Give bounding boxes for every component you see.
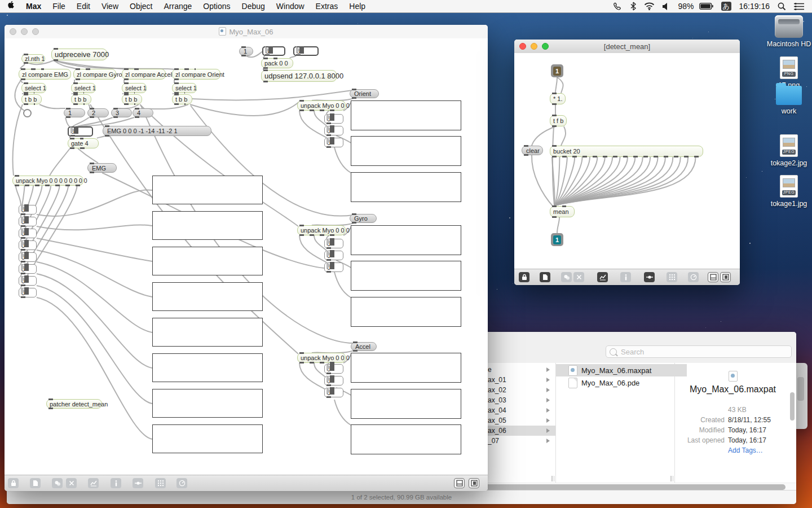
- layout-split-icon[interactable]: [454, 478, 465, 488]
- emg-display[interactable]: [152, 389, 263, 418]
- message-3[interactable]: 3: [111, 108, 132, 117]
- layout-full-icon[interactable]: [469, 478, 479, 488]
- add-tags-link[interactable]: Add Tags…: [728, 446, 763, 454]
- menu-clock[interactable]: 16:19:16: [739, 2, 770, 11]
- menu-help[interactable]: Help: [343, 2, 371, 11]
- menu-window[interactable]: Window: [271, 2, 310, 11]
- new-object-icon[interactable]: [540, 272, 550, 282]
- orient-display[interactable]: [351, 136, 461, 166]
- object-udpsend[interactable]: udpsend 127.0.0.1 8000: [261, 70, 337, 82]
- message-emg-label[interactable]: EMG: [87, 163, 117, 173]
- object-bucket[interactable]: bucket 20: [550, 146, 703, 157]
- object-zl-compare-emg[interactable]: zl compare EMG: [19, 69, 71, 80]
- column-resize-handle[interactable]: [551, 476, 557, 481]
- close-patcher-icon[interactable]: [66, 478, 77, 488]
- presentation-icon[interactable]: [52, 478, 63, 488]
- bang-button[interactable]: [23, 109, 32, 117]
- accel-display[interactable]: [351, 389, 461, 419]
- mixer-chart-icon[interactable]: [597, 272, 608, 282]
- emg-display[interactable]: [152, 282, 263, 311]
- object-unpack-emg[interactable]: unpack Myo 0 0 0 0 0 0 0 0: [12, 176, 83, 186]
- grid-icon[interactable]: [667, 272, 677, 282]
- number-box-orient[interactable]: 0: [324, 114, 343, 124]
- apple-menu[interactable]: [0, 1, 20, 12]
- object-multiply[interactable]: * 1.: [550, 93, 566, 104]
- gain-icon[interactable]: [176, 478, 187, 488]
- wifi-icon[interactable]: [644, 2, 655, 10]
- menu-file[interactable]: File: [47, 2, 71, 11]
- number-box-selected[interactable]: 0: [68, 126, 93, 137]
- object-patcher-detect-mean[interactable]: patcher detect_mean: [46, 399, 102, 409]
- object-unpack-orient[interactable]: unpack Myo 0 0 0: [297, 100, 346, 111]
- emg-display[interactable]: [152, 318, 263, 347]
- subpatch-titlebar[interactable]: [detect_mean]: [514, 40, 740, 54]
- number-box-pack[interactable]: 0: [293, 46, 319, 56]
- volume-icon[interactable]: [663, 3, 670, 10]
- number-box-accel[interactable]: 0: [324, 388, 343, 397]
- lock-icon[interactable]: [519, 272, 529, 282]
- file-row[interactable]: Myo_Max_06.pde: [556, 376, 687, 389]
- layout-split-icon[interactable]: [708, 272, 718, 282]
- object-pack[interactable]: pack 0 0: [261, 58, 293, 68]
- menu-arrange[interactable]: Arrange: [158, 2, 197, 11]
- gain-icon[interactable]: [688, 272, 699, 282]
- phone-icon[interactable]: [613, 2, 623, 11]
- file-row-selected[interactable]: Myo_Max_06.maxpat: [556, 364, 687, 376]
- gyro-display[interactable]: [351, 225, 461, 255]
- number-box-emg[interactable]: 0: [19, 205, 37, 214]
- number-box-emg[interactable]: 0: [19, 288, 37, 297]
- number-box-emg[interactable]: 0: [19, 264, 37, 274]
- message-one[interactable]: 1: [239, 47, 253, 56]
- menu-object[interactable]: Object: [124, 2, 158, 11]
- menu-options[interactable]: Options: [197, 2, 236, 11]
- new-object-icon[interactable]: [30, 478, 41, 488]
- lock-icon[interactable]: [8, 478, 19, 488]
- desktop-icon-tokage2[interactable]: JPEG tokage2.jpg: [769, 134, 809, 167]
- traffic-lights[interactable]: [10, 28, 39, 35]
- desktop-icon-work-folder[interactable]: work: [766, 86, 811, 115]
- message-4[interactable]: 4: [133, 108, 153, 117]
- emg-display[interactable]: [152, 353, 263, 382]
- vertical-scrollbar[interactable]: [790, 363, 795, 483]
- message-accel-label[interactable]: Accel: [351, 342, 377, 351]
- close-button[interactable]: [519, 43, 526, 50]
- bluetooth-icon[interactable]: [630, 2, 636, 11]
- menu-edit[interactable]: Edit: [71, 2, 96, 11]
- minimize-button[interactable]: [531, 43, 537, 50]
- object-t-b-b[interactable]: t b b: [172, 94, 192, 104]
- emg-display[interactable]: [152, 247, 263, 275]
- gyro-display[interactable]: [351, 297, 461, 327]
- number-box-gyro[interactable]: 0: [324, 251, 343, 260]
- emg-display[interactable]: [152, 211, 263, 240]
- outlet-object[interactable]: 1: [551, 233, 563, 246]
- message-emg-preset[interactable]: EMG 0 0 0 -1 -14 -11 -2 1: [103, 126, 211, 136]
- object-select[interactable]: select 1: [172, 83, 197, 93]
- menu-max[interactable]: Max: [20, 2, 47, 11]
- menu-debug[interactable]: Debug: [236, 2, 271, 11]
- message-orient-label[interactable]: Orient: [350, 89, 379, 98]
- orient-display[interactable]: [351, 172, 461, 202]
- zoom-button[interactable]: [32, 28, 39, 35]
- close-patcher-icon[interactable]: [573, 272, 584, 282]
- number-box-emg[interactable]: 0: [19, 240, 37, 250]
- object-udpreceive[interactable]: udpreceive 7000: [51, 49, 107, 60]
- desktop-icon-tokage1[interactable]: JPEG tokage1.jpg: [769, 175, 809, 208]
- object-t-f-b[interactable]: t f b: [550, 115, 567, 126]
- emg-display[interactable]: [152, 424, 263, 453]
- traffic-lights[interactable]: [519, 43, 549, 50]
- message-gyro-label[interactable]: Gyro: [350, 214, 377, 223]
- orient-display[interactable]: [351, 100, 461, 130]
- connections-icon[interactable]: [644, 272, 655, 282]
- input-method-icon[interactable]: あ: [721, 2, 731, 11]
- desktop-icon-17-png[interactable]: PNG 17.png: [766, 56, 811, 89]
- mixer-chart-icon[interactable]: [88, 478, 99, 488]
- number-box-orient[interactable]: 0: [324, 126, 343, 135]
- inlet-object[interactable]: 1: [551, 64, 563, 77]
- menu-extras[interactable]: Extras: [310, 2, 344, 11]
- number-box-accel[interactable]: 0: [324, 364, 343, 374]
- search-input[interactable]: [620, 347, 788, 357]
- object-t-b-b[interactable]: t b b: [122, 94, 142, 104]
- search-field[interactable]: [606, 345, 792, 358]
- object-unpack-gyro[interactable]: unpack Myo 0 0 0: [297, 225, 346, 235]
- message-2[interactable]: 2: [87, 108, 109, 117]
